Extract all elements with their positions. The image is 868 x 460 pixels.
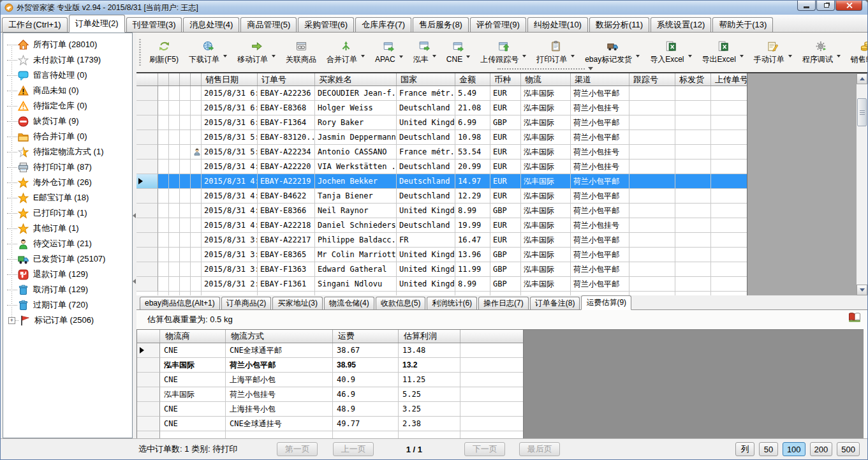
toolbar-overflow-button[interactable] <box>858 59 864 62</box>
column-header-mark-shipped[interactable]: 标发货 <box>675 73 711 85</box>
table-row[interactable]: 2015/8/31 6:37EBAY-A22236DECOUDIER Jean-… <box>136 86 747 101</box>
freight-column-header-method[interactable]: 物流方式 <box>226 330 333 343</box>
toolbar-button-7[interactable]: 泓丰 <box>408 38 441 67</box>
sidebar-item-10[interactable]: 海外仓订单 (26) <box>3 175 132 190</box>
dropdown-arrow-icon[interactable] <box>571 55 575 57</box>
cell-gutter[interactable] <box>136 248 158 262</box>
scroll-down-button[interactable] <box>857 285 867 295</box>
menu-tab-12[interactable]: 系统设置(12) <box>651 17 711 32</box>
page-size-button-500[interactable]: 500 <box>837 442 860 456</box>
freight-column-header-fee[interactable]: 运费 <box>333 330 399 343</box>
cell-gutter[interactable] <box>136 189 158 204</box>
scroll-up-button[interactable] <box>857 73 867 84</box>
sidebar-item-6[interactable]: 缺货订单 (9) <box>3 114 132 129</box>
column-header-buyer[interactable]: 买家姓名 <box>315 73 397 85</box>
sidebar-item-19[interactable]: +标记订单 (2506) <box>3 313 132 328</box>
freight-column-header-gutter[interactable] <box>137 330 160 343</box>
column-header-n4[interactable] <box>191 73 202 85</box>
menu-tab-5[interactable]: 商品管理(5) <box>240 17 297 32</box>
dropdown-arrow-icon[interactable] <box>636 55 640 57</box>
dropdown-arrow-icon[interactable] <box>432 55 436 57</box>
menu-tab-3[interactable]: 刊登管理(3) <box>126 17 182 32</box>
toolbar-button-15[interactable]: 程序调试 <box>797 38 846 67</box>
toolbar-button-9[interactable]: 上传跟踪号 <box>475 38 531 67</box>
scrollbar-thumb[interactable] <box>857 98 867 126</box>
cell-gutter[interactable] <box>136 218 158 233</box>
sidebar-item-3[interactable]: 留言待处理 (0) <box>3 68 132 83</box>
expand-icon[interactable]: + <box>8 317 15 324</box>
detail-tab-2[interactable]: 订单商品(2) <box>221 297 272 309</box>
sidebar-item-5[interactable]: 待指定仓库 (0) <box>3 98 132 114</box>
table-row[interactable]: 2015/8/31 4:11EBAY-E8366Neil RaynorUnite… <box>136 204 747 218</box>
freight-row[interactable]: CNECNE全球通平邮38.6713.48 <box>137 343 523 358</box>
freight-row[interactable]: CNE上海平邮小包40.911.25 <box>137 373 523 387</box>
dropdown-arrow-icon[interactable] <box>688 55 692 57</box>
dropdown-arrow-icon[interactable] <box>522 55 526 57</box>
sidebar-item-15[interactable]: 已发货订单 (25107) <box>3 251 132 267</box>
column-header-order-no[interactable]: 订单号 <box>258 73 315 85</box>
detail-tab-7[interactable]: 操作日志(7) <box>478 297 529 309</box>
detail-tab-8[interactable]: 订单备注(8) <box>530 297 580 309</box>
page-size-button-50[interactable]: 50 <box>759 442 778 456</box>
sidebar-item-9[interactable]: 待打印订单 (87) <box>3 160 132 175</box>
page-size-button-列[interactable]: 列 <box>735 442 754 456</box>
cell-gutter[interactable] <box>136 174 158 189</box>
dropdown-arrow-icon[interactable] <box>399 56 403 58</box>
cell-gutter[interactable] <box>136 204 158 218</box>
sidebar-item-11[interactable]: E邮宝订单 (18) <box>3 190 132 205</box>
menu-tab-7[interactable]: 仓库库存(7) <box>355 17 411 32</box>
page-size-button-100[interactable]: 100 <box>783 442 805 456</box>
column-header-n3[interactable] <box>180 73 191 85</box>
dropdown-arrow-icon[interactable] <box>466 56 470 58</box>
column-header-currency[interactable]: 币种 <box>490 73 521 85</box>
column-header-n2[interactable] <box>169 73 180 85</box>
cell-gutter[interactable] <box>136 262 158 277</box>
column-header-country[interactable]: 国家 <box>397 73 455 85</box>
table-row[interactable]: 2015/8/31 6:08EBAY-F1364Rory BakerUnited… <box>136 115 747 130</box>
restore-button[interactable] <box>816 1 835 11</box>
column-header-logistics[interactable]: 物流 <box>521 73 571 85</box>
sidebar-item-12[interactable]: 已打印订单 (1) <box>3 205 132 221</box>
orders-vertical-scrollbar[interactable] <box>857 73 867 295</box>
sidebar-item-16[interactable]: 退款订单 (129) <box>3 267 132 282</box>
dropdown-arrow-icon[interactable] <box>788 55 792 57</box>
cell-gutter[interactable] <box>136 233 158 248</box>
menu-tab-1[interactable]: 工作台(Ctrl+1) <box>2 17 68 32</box>
toolbar-button-2[interactable]: 下载订单 <box>184 38 232 67</box>
table-row[interactable]: 2015/8/31 6:28EBAY-E8368Holger WeissDeut… <box>136 101 747 115</box>
toolbar-button-13[interactable]: 导出Excel <box>697 38 749 67</box>
dropdown-arrow-icon[interactable] <box>361 55 365 57</box>
book-icon[interactable] <box>848 312 861 322</box>
toolbar-button-16[interactable]: 销售统计 <box>846 38 868 67</box>
menu-tab-6[interactable]: 采购管理(6) <box>298 17 354 32</box>
cell-gutter[interactable] <box>136 115 158 130</box>
table-row[interactable]: 2015/8/31 3:30EBAY-E8365Mr Colin Marriot… <box>136 248 747 262</box>
menu-tab-13[interactable]: 帮助关于(13) <box>712 17 773 32</box>
toolbar-button-8[interactable]: CNE <box>441 39 475 66</box>
freight-row[interactable]: CNE上海挂号小包48.93.25 <box>137 402 523 417</box>
menu-tab-10[interactable]: 纠纷处理(10) <box>527 17 588 32</box>
last-page-button[interactable]: 最后页 <box>519 442 560 456</box>
table-row[interactable]: 2015/8/31 3:53EBAY-A22217Philippe Baldac… <box>136 233 747 248</box>
toolbar-button-6[interactable]: APAC <box>370 39 408 66</box>
table-row[interactable]: 2015/8/31 3:18EBAY-F1363Edward GatheralU… <box>136 262 747 277</box>
table-row[interactable]: 2015/8/31 5:59EBAY-83120...Jasmin Depper… <box>136 130 747 145</box>
first-page-button[interactable]: 第一页 <box>277 442 318 456</box>
cell-gutter[interactable] <box>136 130 158 145</box>
column-header-n1[interactable] <box>158 73 169 85</box>
menu-tab-9[interactable]: 评价管理(9) <box>470 17 526 32</box>
column-header-tracking-no[interactable]: 跟踪号 <box>629 73 675 85</box>
detail-tab-3[interactable]: 买家地址(3) <box>272 297 323 309</box>
minimize-button[interactable] <box>797 1 816 11</box>
column-header-gutter[interactable] <box>136 73 158 85</box>
freight-row[interactable]: 泓丰国际荷兰小包挂号46.95.25 <box>137 387 523 402</box>
sidebar-item-1[interactable]: 所有订单 (28010) <box>3 37 132 52</box>
table-row[interactable]: 2015/8/31 4:46EBAY-A22219Jochen BekkerDe… <box>136 174 747 189</box>
toolbar-band-overflow[interactable] <box>497 67 593 70</box>
column-header-upload-no[interactable]: 上传单号 <box>711 73 747 85</box>
next-page-button[interactable]: 下一页 <box>464 442 505 456</box>
toolbar-button-14[interactable]: 手动订单 <box>749 38 797 67</box>
cell-gutter[interactable] <box>136 86 158 101</box>
detail-tab-6[interactable]: 利润统计(6) <box>427 297 477 309</box>
toolbar-button-12[interactable]: 导入Excel <box>645 38 696 67</box>
